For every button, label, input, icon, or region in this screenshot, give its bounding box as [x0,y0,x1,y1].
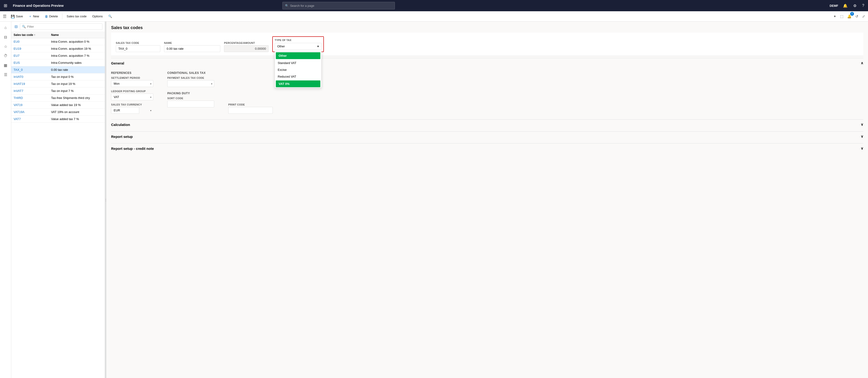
table-row[interactable]: VAT19A VAT 19% on account [11,109,105,116]
help-button[interactable]: ? [861,3,865,9]
row-name: Intra-Comm. acquisition 19 % [51,47,102,51]
sidebar-recent-button[interactable]: ⏱ [1,52,10,60]
table-row[interactable]: VAT19 Value added tax 19 % [11,101,105,109]
sidebar-home-button[interactable]: ⌂ [1,24,10,32]
settlement-period-select[interactable]: Mon [111,80,153,87]
notification-button[interactable]: 🔔 [842,3,848,9]
calculation-section-header[interactable]: Calculation ∨ [111,120,863,129]
row-code: InVAT0 [13,75,51,79]
row-name: VAT 19% on account [51,110,102,114]
table-row[interactable]: EUS Intra-Community sales [11,59,105,66]
col-header-name: Name [51,33,102,36]
grid-menu-button[interactable]: ⊞ [3,2,8,9]
main-layout: ⌂ ⊟ ☆ ⏱ ▦ ☰ ⊟ 🔍 Sales tax code ↑ Name EU… [0,22,868,378]
sidebar-menu-button[interactable]: ☰ [1,70,10,79]
options-menu-button[interactable]: Options [90,13,105,20]
refresh-button[interactable]: ↺ [855,13,859,20]
type-of-tax-dropdown[interactable]: Other ▾ [275,43,321,50]
table-row[interactable]: InVAT0 Tax on input 0 % [11,74,105,81]
payment-sales-tax-code-label: Payment sales tax code [167,77,214,79]
print-code-input[interactable] [228,107,273,114]
top-form-area: Sales tax code Name Percentage/Amount Ty… [111,33,863,56]
badge-count: 0 [850,12,854,16]
packing-duty-area: PACKING DUTY Sort code [167,92,214,107]
table-row[interactable]: InVAT19 Tax on input 19 % [11,81,105,87]
search-icon: 🔍 [108,14,112,18]
row-code: EUS [13,61,51,64]
top-nav: ⊞ Finance and Operations Preview 🔍 DEMF … [0,0,868,11]
settlement-period-label: Settlement period [111,77,153,79]
ledger-posting-group-select[interactable]: VAT [111,93,153,100]
delete-icon: 🗑 [45,14,48,18]
search-input[interactable] [290,4,392,7]
sales-tax-code-input[interactable] [116,45,160,52]
sidebar-workspaces-button[interactable]: ▦ [1,61,10,69]
table-row[interactable]: VAT7 Value added tax 7 % [11,116,105,123]
report-setup-section-header[interactable]: Report setup ∨ [111,132,863,141]
sidebar-filter-button[interactable]: ⊟ [1,33,10,41]
ledger-posting-group-select-wrapper[interactable]: VAT ▾ [111,93,153,100]
name-label: Name [164,41,220,44]
settlement-period-select-wrapper[interactable]: Mon ▾ [111,80,153,87]
settlement-period-field: Settlement period Mon ▾ [111,77,153,87]
sales-tax-currency-select-wrapper[interactable]: EUR ▾ [111,107,153,114]
sales-tax-code-field: Sales tax code [116,41,160,52]
report-setup-section: Report setup ∨ [111,131,863,141]
references-title: REFERENCES [111,71,153,75]
sales-tax-code-menu-button[interactable]: Sales tax code [64,13,89,20]
new-button[interactable]: ＋ New [26,13,41,20]
table-row[interactable]: EU7 Intra-Comm. acquisition 7 % [11,52,105,59]
customize-button[interactable]: ✦ [832,13,837,20]
row-name: Intra-Comm. acquisition 0 % [51,40,102,43]
general-section: General ∧ REFERENCES Settlement period M… [111,58,863,117]
sort-code-input[interactable] [167,100,214,107]
row-name: Intra-Community sales [51,61,102,64]
hamburger-button[interactable]: ☰ [2,13,7,20]
name-input[interactable] [164,45,220,52]
sales-tax-code-label: Sales tax code [116,41,160,44]
filter-input-wrapper[interactable]: 🔍 [20,24,102,30]
sidebar-favorites-button[interactable]: ☆ [1,42,10,51]
row-code: VAT19A [13,110,51,114]
breadcrumb-area: Sales tax codes [111,25,863,33]
dropdown-item[interactable]: Excise [275,66,321,73]
dropdown-item[interactable]: Other [276,52,320,59]
table-row[interactable]: EU0 Intra-Comm. acquisition 0 % [11,38,105,45]
dropdown-item[interactable]: Reduced VAT [275,73,321,80]
sales-tax-currency-select[interactable]: EUR [111,107,139,114]
row-name: Tax on input 7 % [51,89,102,93]
dropdown-item[interactable]: Standard VAT [275,60,321,66]
payment-sales-tax-code-field: Payment sales tax code ▾ [167,77,214,87]
row-code: EU7 [13,54,51,57]
filter-icon-button[interactable]: ⊟ [13,24,19,30]
settings-button[interactable]: ⚙ [852,3,858,9]
row-name: Value added tax 7 % [51,117,102,121]
sales-tax-currency-label: Sales tax currency [111,103,153,106]
table-row[interactable]: InVAT7 Tax on input 7 % [11,87,105,94]
packing-duty-title: PACKING DUTY [167,92,214,95]
report-setup-credit-section-header[interactable]: Report setup - credit note ∨ [111,144,863,153]
table-row[interactable]: EU19 Intra-Comm. acquisition 19 % [11,45,105,52]
row-code: THIRD [13,96,51,100]
dropdown-item[interactable]: VAT 0% [276,81,320,87]
payment-sales-tax-code-select-wrapper[interactable]: ▾ [167,80,214,87]
percentage-amount-input[interactable] [224,45,269,52]
table-row[interactable]: TAX_0 0.00 tax rate [11,66,105,74]
row-name: 0.00 tax rate [51,68,102,71]
table-row[interactable]: THIRD Tax-free Shipments third ctry [11,94,105,101]
conditional-sales-tax-title: CONDITIONAL SALES TAX [167,71,214,75]
print-code-field: Print code [228,103,273,114]
save-button[interactable]: 💾 Save [8,13,25,20]
conditional-sales-tax-column: CONDITIONAL SALES TAX Payment sales tax … [167,68,214,114]
filter-text-input[interactable] [27,25,100,28]
fullscreen-button[interactable]: ⤢ [861,13,866,20]
ledger-posting-group-label: Ledger posting group [111,90,153,93]
page-title: Sales tax codes [111,25,143,30]
global-search[interactable]: 🔍 [282,2,395,9]
payment-sales-tax-code-select[interactable] [167,80,214,87]
view-button[interactable]: ⬚ [839,13,844,20]
row-code: EU0 [13,40,51,43]
delete-button[interactable]: 🗑 Delete [42,13,60,20]
filter-search-button[interactable]: 🔍 [106,13,114,20]
general-section-header[interactable]: General ∧ [111,58,863,68]
